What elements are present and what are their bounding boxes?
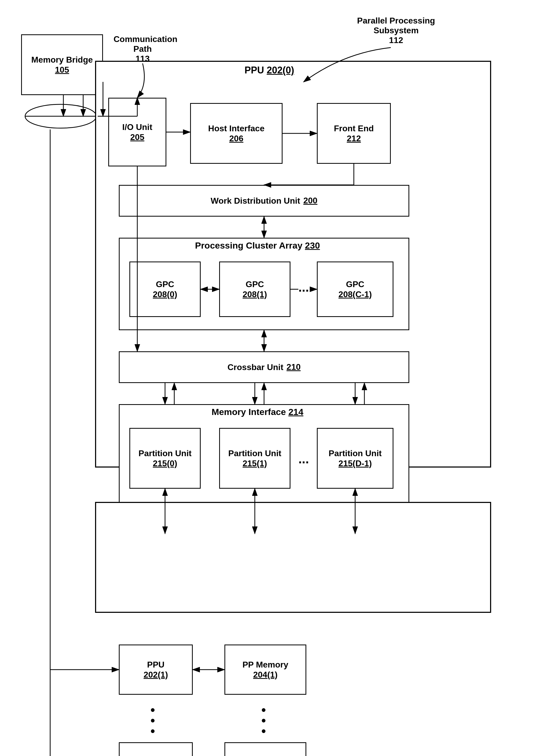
ppu-dots-6: • [262, 724, 266, 738]
work-dist-label: Work Distribution Unit [211, 196, 300, 206]
partition0-label: Partition Unit [139, 448, 192, 458]
front-end-id: 212 [347, 134, 361, 143]
crossbar-box: Crossbar Unit 210 [119, 351, 409, 383]
pp-memory-u1-box: PP Memory 204(U-1) [225, 742, 306, 756]
partition2-box: Partition Unit 215(D-1) [317, 428, 393, 489]
partition1-id: 215(1) [243, 459, 267, 468]
partition-dots: ... [298, 452, 309, 466]
gpc2-box: GPC 208(C-1) [317, 262, 393, 317]
work-dist-box: Work Distribution Unit 200 [119, 185, 409, 217]
pp-memory0-outer [95, 502, 491, 613]
pp-memory1-label: PP Memory [243, 660, 288, 670]
memory-bridge-label: Memory Bridge [31, 55, 93, 65]
gpc1-label: GPC [246, 279, 264, 289]
work-dist-id: 200 [303, 196, 317, 206]
host-interface-box: Host Interface 206 [190, 103, 282, 164]
gpc0-id: 208(0) [153, 290, 178, 299]
pp-memory1-id: 204(1) [253, 670, 278, 680]
io-unit-box: I/O Unit 205 [108, 98, 166, 166]
memory-bridge-id: 105 [55, 65, 69, 75]
memory-bridge-box: Memory Bridge 105 [21, 34, 103, 95]
proc-cluster-label: Processing Cluster Array 230 [159, 240, 356, 251]
disk-shape [24, 103, 98, 129]
parallel-processing-label: Parallel Processing Subsystem 112 [343, 16, 449, 45]
partition0-box: Partition Unit 215(0) [129, 428, 201, 489]
diagram: Memory Bridge 105 Communication Path 113… [0, 0, 545, 756]
io-unit-id: 205 [130, 132, 144, 142]
ppu1-id: 202(1) [144, 670, 168, 680]
ppu1-label: PPU [147, 660, 165, 670]
partition1-box: Partition Unit 215(1) [219, 428, 290, 489]
partition1-label: Partition Unit [229, 448, 281, 458]
ppu1-box: PPU 202(1) [119, 645, 193, 695]
partition0-id: 215(0) [153, 459, 178, 468]
partition2-label: Partition Unit [329, 448, 382, 458]
front-end-box: Front End 212 [317, 103, 391, 164]
gpc0-box: GPC 208(0) [129, 262, 201, 317]
crossbar-id: 210 [286, 362, 300, 372]
gpc0-label: GPC [156, 279, 174, 289]
partition2-id: 215(D-1) [338, 459, 372, 468]
host-interface-id: 206 [229, 134, 243, 143]
gpc1-box: GPC 208(1) [219, 262, 290, 317]
comm-path-label: Communication Path 113 [114, 34, 172, 64]
mem-interface-label: Memory Interface 214 [159, 407, 356, 417]
ppu0-label: PPU 202(0) [217, 65, 322, 76]
front-end-label: Front End [334, 123, 374, 133]
pp-memory1-box: PP Memory 204(1) [225, 645, 306, 695]
gpc2-id: 208(C-1) [338, 290, 372, 299]
ppu-u1-box: PPU 202(U-1) [119, 742, 193, 756]
host-interface-label: Host Interface [208, 123, 264, 133]
crossbar-label: Crossbar Unit [228, 362, 283, 372]
gpc-dots: ... [298, 280, 309, 295]
gpc1-id: 208(1) [243, 290, 267, 299]
io-unit-label: I/O Unit [122, 122, 152, 132]
gpc2-label: GPC [346, 279, 364, 289]
ppu-dots-3: • [151, 724, 155, 738]
